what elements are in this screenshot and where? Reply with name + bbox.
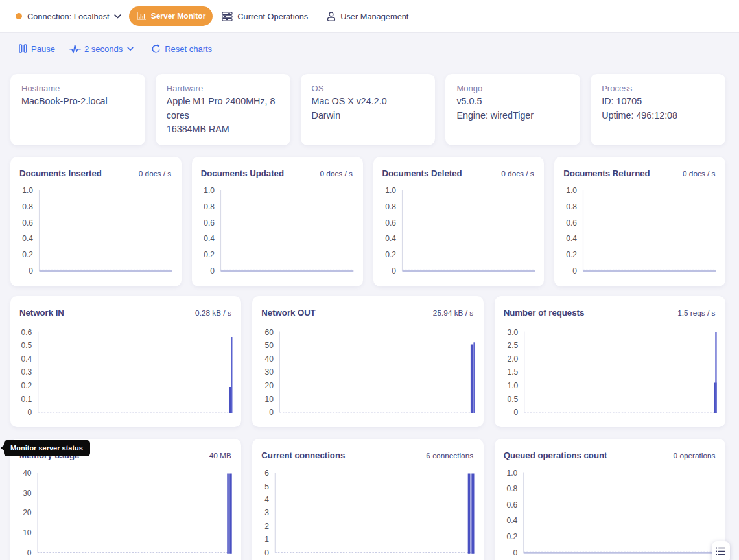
svg-text:0.2: 0.2 — [506, 532, 517, 541]
svg-text:1.0: 1.0 — [506, 469, 517, 478]
svg-text:0.8: 0.8 — [204, 202, 215, 211]
svg-text:1.0: 1.0 — [22, 186, 33, 195]
svg-text:1.0: 1.0 — [507, 381, 518, 390]
svg-text:0.4: 0.4 — [21, 355, 32, 364]
svg-text:3: 3 — [264, 508, 269, 517]
svg-text:0: 0 — [27, 548, 32, 557]
svg-text:0.6: 0.6 — [506, 500, 517, 509]
svg-text:0: 0 — [513, 408, 518, 417]
svg-text:2.5: 2.5 — [507, 341, 518, 350]
svg-text:0.6: 0.6 — [22, 218, 33, 228]
svg-text:0.5: 0.5 — [507, 395, 518, 404]
svg-text:0: 0 — [210, 266, 215, 275]
svg-text:4: 4 — [264, 495, 269, 504]
svg-text:6: 6 — [264, 469, 269, 478]
svg-text:0: 0 — [392, 266, 396, 275]
svg-text:40: 40 — [265, 355, 274, 364]
svg-text:0.8: 0.8 — [385, 202, 396, 211]
svg-text:30: 30 — [23, 489, 32, 498]
svg-text:1: 1 — [264, 535, 269, 544]
svg-text:0.2: 0.2 — [21, 381, 32, 390]
svg-text:0: 0 — [264, 548, 269, 557]
svg-text:1.0: 1.0 — [204, 186, 215, 195]
svg-text:10: 10 — [265, 395, 274, 404]
svg-text:0.8: 0.8 — [567, 202, 578, 211]
svg-text:0.2: 0.2 — [204, 250, 215, 259]
svg-text:0: 0 — [513, 548, 517, 557]
svg-text:2: 2 — [264, 522, 269, 531]
svg-text:1.0: 1.0 — [567, 186, 578, 195]
svg-text:0: 0 — [29, 266, 33, 275]
svg-text:50: 50 — [265, 341, 274, 350]
svg-text:30: 30 — [265, 368, 274, 377]
svg-text:0.2: 0.2 — [22, 250, 33, 259]
svg-text:5: 5 — [264, 482, 269, 491]
svg-text:20: 20 — [23, 508, 32, 517]
svg-text:0.4: 0.4 — [506, 516, 517, 525]
svg-text:0.2: 0.2 — [385, 250, 396, 259]
svg-text:40: 40 — [23, 469, 32, 478]
svg-text:0: 0 — [28, 408, 32, 417]
svg-text:0.1: 0.1 — [21, 395, 32, 404]
svg-text:10: 10 — [23, 528, 32, 537]
svg-text:0.6: 0.6 — [385, 218, 396, 228]
svg-text:60: 60 — [265, 328, 274, 337]
svg-text:0.4: 0.4 — [385, 234, 396, 243]
svg-text:2.0: 2.0 — [507, 355, 518, 364]
svg-text:3.0: 3.0 — [507, 328, 518, 337]
svg-text:0.4: 0.4 — [204, 234, 215, 243]
svg-text:0.4: 0.4 — [22, 234, 33, 243]
svg-text:0.8: 0.8 — [506, 484, 517, 493]
svg-text:1.5: 1.5 — [507, 368, 518, 377]
svg-text:0.6: 0.6 — [567, 218, 578, 228]
svg-text:0.6: 0.6 — [21, 328, 32, 337]
svg-text:20: 20 — [265, 381, 274, 390]
svg-text:0: 0 — [270, 408, 274, 417]
svg-text:0.5: 0.5 — [21, 341, 32, 350]
svg-text:0: 0 — [573, 266, 578, 275]
svg-text:0.8: 0.8 — [22, 202, 33, 211]
svg-text:0.6: 0.6 — [204, 218, 215, 228]
svg-text:0.2: 0.2 — [567, 250, 578, 259]
svg-text:0.3: 0.3 — [21, 368, 32, 377]
svg-text:1.0: 1.0 — [385, 186, 396, 195]
svg-text:0.4: 0.4 — [567, 234, 578, 243]
